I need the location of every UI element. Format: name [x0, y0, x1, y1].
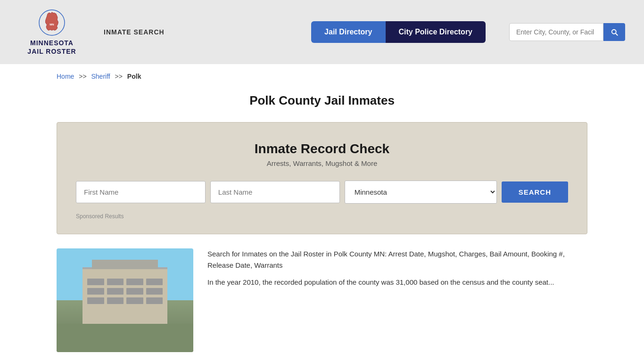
- jail-directory-button[interactable]: Jail Directory: [311, 21, 385, 43]
- last-name-input[interactable]: [210, 181, 340, 203]
- breadcrumb-separator-2: >>: [115, 73, 123, 80]
- mn-logo-icon: MN: [38, 8, 66, 37]
- breadcrumb-separator-1: >>: [79, 73, 86, 80]
- header: MN MINNESOTAJAIL ROSTER INMATE SEARCH Ja…: [0, 0, 644, 64]
- content-text: Search for Inmates on the Jail Roster in…: [207, 248, 587, 294]
- first-name-input[interactable]: [76, 181, 206, 203]
- search-icon: [610, 28, 619, 36]
- record-check-form: AlabamaAlaskaArizonaArkansasCaliforniaCo…: [76, 181, 568, 204]
- svg-text:MN: MN: [50, 23, 54, 26]
- record-check-title: Inmate Record Check: [76, 141, 568, 156]
- content-description: Search for Inmates on the Jail Roster in…: [207, 248, 587, 271]
- svg-marker-1: [46, 12, 58, 31]
- ground: [57, 324, 193, 352]
- record-check-search-button[interactable]: SEARCH: [502, 181, 568, 203]
- logo-text: MINNESOTAJAIL ROSTER: [27, 39, 76, 56]
- breadcrumb-current: Polk: [127, 73, 141, 80]
- building: [83, 267, 167, 324]
- breadcrumb: Home >> Sheriff >> Polk: [0, 64, 644, 89]
- nav-buttons: Jail Directory City Police Directory: [311, 21, 486, 43]
- record-check-card: Inmate Record Check Arrests, Warrants, M…: [57, 122, 587, 234]
- header-search-bar: [509, 23, 625, 41]
- state-select[interactable]: AlabamaAlaskaArizonaArkansasCaliforniaCo…: [345, 181, 497, 204]
- inmate-search-link[interactable]: INMATE SEARCH: [104, 28, 165, 36]
- content-extra: In the year 2010, the recorded populatio…: [207, 277, 587, 288]
- header-search-input[interactable]: [509, 23, 603, 41]
- city-police-directory-button[interactable]: City Police Directory: [386, 21, 486, 43]
- page-title: Polk County Jail Inmates: [0, 93, 644, 108]
- record-check-subtitle: Arrests, Warrants, Mugshot & More: [76, 159, 568, 167]
- header-search-button[interactable]: [603, 23, 625, 41]
- content-section: Search for Inmates on the Jail Roster in…: [57, 248, 587, 352]
- breadcrumb-sheriff[interactable]: Sheriff: [91, 73, 110, 80]
- content-image: [57, 248, 193, 352]
- breadcrumb-home[interactable]: Home: [57, 73, 74, 80]
- sponsored-text: Sponsored Results: [76, 213, 568, 220]
- logo-area: MN MINNESOTAJAIL ROSTER: [19, 8, 85, 56]
